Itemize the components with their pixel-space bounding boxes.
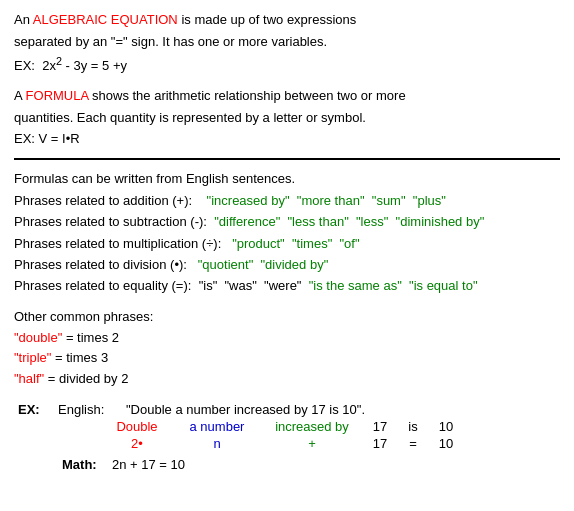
division-term1: "quotient" bbox=[198, 257, 254, 272]
subtraction-term1: "difference" bbox=[214, 214, 280, 229]
sym-10: 10 bbox=[428, 436, 464, 451]
half-word: "half" bbox=[14, 371, 44, 386]
subtraction-term3: "less" bbox=[356, 214, 388, 229]
addition-term1: "increased by" bbox=[207, 193, 290, 208]
double-rest: = times 2 bbox=[62, 330, 119, 345]
division-phrases: Phrases related to division (•): "quotie… bbox=[14, 254, 560, 275]
other-title: Other common phrases: bbox=[14, 307, 560, 328]
phrases-section: Formulas can be written from English sen… bbox=[14, 168, 560, 297]
sym-n: n bbox=[172, 436, 262, 451]
multiplication-phrases: Phrases related to multiplication (÷): "… bbox=[14, 233, 560, 254]
word-17: 17 bbox=[362, 419, 398, 434]
addition-term3: "sum" bbox=[372, 193, 406, 208]
division-label: Phrases related to division (•): bbox=[14, 257, 198, 272]
subtraction-term4: "diminished by" bbox=[396, 214, 485, 229]
multiplication-term2: "times" bbox=[292, 236, 332, 251]
algebraic-equation-section: An ALGEBRAIC EQUATION is made up of two … bbox=[14, 10, 560, 76]
formula-highlight: FORMULA bbox=[26, 88, 89, 103]
addition-label: Phrases related to addition (+): bbox=[14, 193, 207, 208]
multiplication-term3: "of" bbox=[339, 236, 359, 251]
symbol-row: 2• n + 17 = 10 bbox=[18, 436, 560, 451]
math-row: Math: 2n + 17 = 10 bbox=[18, 457, 560, 472]
word-row: Double a number increased by 17 is 10 bbox=[18, 419, 560, 434]
line1-post: is made up of two expressions bbox=[178, 12, 356, 27]
multiplication-label: Phrases related to multiplication (÷): bbox=[14, 236, 232, 251]
formula-post: shows the arithmetic relationship betwee… bbox=[88, 88, 405, 103]
example-sentence: "Double a number increased by 17 is 10". bbox=[126, 402, 365, 417]
example-english-line: EX: English: "Double a number increased … bbox=[18, 402, 560, 417]
addition-term2: "more than" bbox=[297, 193, 365, 208]
formula-line2: quantities. Each quantity is represented… bbox=[14, 108, 560, 129]
line1-pre: An bbox=[14, 12, 33, 27]
word-10: 10 bbox=[428, 419, 464, 434]
equality-term4: "is the same as" bbox=[309, 278, 402, 293]
double-phrase: "double" = times 2 bbox=[14, 328, 560, 349]
equality-label: Phrases related to equality (=): bbox=[14, 278, 199, 293]
formula-line3: EX: V = I•R bbox=[14, 129, 560, 150]
sym-2dot: 2• bbox=[102, 436, 172, 451]
phrases-intro: Formulas can be written from English sen… bbox=[14, 168, 560, 189]
algebraic-equation-line3: EX: 2x2 - 3y = 5 +y bbox=[14, 53, 560, 76]
word-double: Double bbox=[102, 419, 172, 434]
algebraic-equation-line2: separated by an "=" sign. It has one or … bbox=[14, 32, 560, 52]
english-label: English: bbox=[58, 402, 126, 417]
equality-phrases: Phrases related to equality (=): "is" "w… bbox=[14, 275, 560, 296]
algebraic-equation-line1: An ALGEBRAIC EQUATION is made up of two … bbox=[14, 10, 560, 30]
other-phrases-section: Other common phrases: "double" = times 2… bbox=[14, 307, 560, 390]
subtraction-label: Phrases related to subtraction (-): bbox=[14, 214, 214, 229]
subtraction-phrases: Phrases related to subtraction (-): "dif… bbox=[14, 211, 560, 232]
word-increased-by: increased by bbox=[262, 419, 362, 434]
multiplication-term1: "product" bbox=[232, 236, 285, 251]
formula-section: A FORMULA shows the arithmetic relations… bbox=[14, 86, 560, 150]
double-word: "double" bbox=[14, 330, 62, 345]
math-expression: 2n + 17 = 10 bbox=[102, 457, 185, 472]
word-is: is bbox=[398, 419, 428, 434]
sym-equals: = bbox=[398, 436, 428, 451]
sym-plus: + bbox=[262, 436, 362, 451]
sym-17: 17 bbox=[362, 436, 398, 451]
formula-line1: A FORMULA shows the arithmetic relations… bbox=[14, 86, 560, 107]
triple-rest: = times 3 bbox=[51, 350, 108, 365]
subtraction-term2: "less than" bbox=[287, 214, 348, 229]
triple-phrase: "triple" = times 3 bbox=[14, 348, 560, 369]
equality-term1: "is" bbox=[199, 278, 218, 293]
equality-term3: "were" bbox=[264, 278, 305, 293]
triple-word: "triple" bbox=[14, 350, 51, 365]
word-a-number: a number bbox=[172, 419, 262, 434]
formula-pre: A bbox=[14, 88, 26, 103]
division-term2: "divided by" bbox=[260, 257, 328, 272]
section-divider bbox=[14, 158, 560, 160]
ex-label: EX: bbox=[18, 402, 58, 417]
half-phrase: "half" = divided by 2 bbox=[14, 369, 560, 390]
algebraic-equation-highlight: ALGEBRAIC EQUATION bbox=[33, 12, 178, 27]
addition-term4: "plus" bbox=[413, 193, 446, 208]
addition-phrases: Phrases related to addition (+): "increa… bbox=[14, 190, 560, 211]
example-section: EX: English: "Double a number increased … bbox=[14, 402, 560, 472]
equality-term2: "was" bbox=[224, 278, 256, 293]
half-rest: = divided by 2 bbox=[44, 371, 128, 386]
equality-term5: "is equal to" bbox=[409, 278, 478, 293]
math-label: Math: bbox=[62, 457, 102, 472]
